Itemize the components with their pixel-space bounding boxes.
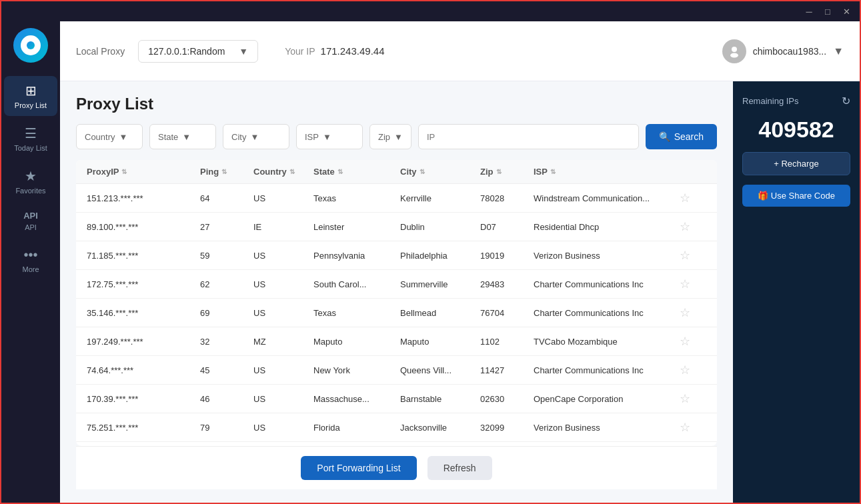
cell-isp: Charter Communications Inc (534, 365, 680, 375)
th-zip: Zip ⇅ (480, 167, 534, 177)
th-isp: ISP ⇅ (534, 167, 680, 177)
sort-icon-zip[interactable]: ⇅ (496, 168, 502, 175)
recharge-button[interactable]: + Recharge (742, 152, 850, 175)
cell-city: Maputo (400, 337, 480, 347)
cell-country: US (253, 394, 313, 404)
cell-star: ☆ (680, 391, 706, 406)
sort-icon-state[interactable]: ⇅ (337, 168, 343, 175)
state-filter[interactable]: State ▼ (149, 124, 216, 149)
cell-ip: 172.75.***.*** (87, 279, 200, 289)
favorites-label: Favorites (15, 187, 45, 195)
cell-ping: 59 (200, 251, 253, 261)
cell-country: US (253, 251, 313, 261)
cell-state: South Carol... (313, 279, 400, 289)
ip-section: Your IP 171.243.49.44 (285, 45, 384, 57)
port-forwarding-button[interactable]: Port Forwarding List (301, 456, 416, 480)
table-row: 197.249.***.*** 32 MZ Maputo Maputo 1102… (76, 327, 717, 356)
api-icon: API (23, 211, 38, 221)
cell-state: New York (313, 365, 400, 375)
cell-city: Dublin (400, 222, 480, 232)
ip-input[interactable] (418, 124, 639, 149)
user-chevron-icon: ▼ (833, 45, 844, 57)
sidebar-item-api[interactable]: API API (4, 204, 57, 238)
cell-country: US (253, 279, 313, 289)
cell-city: Barnstable (400, 394, 480, 404)
cell-ping: 32 (200, 337, 253, 347)
cell-state: Texas (313, 193, 400, 203)
table-body: 151.213.***.*** 64 US Texas Kerrville 78… (76, 184, 717, 446)
favorite-button[interactable]: ☆ (680, 363, 690, 377)
favorite-button[interactable]: ☆ (680, 334, 690, 349)
cell-star: ☆ (680, 305, 706, 320)
sort-icon-country[interactable]: ⇅ (289, 168, 295, 175)
th-ping: Ping ⇅ (200, 167, 253, 177)
cell-ip: 197.249.***.*** (87, 337, 200, 347)
sort-icon-proxyip[interactable]: ⇅ (121, 168, 127, 175)
svg-point-1 (730, 53, 738, 57)
cell-ip: 89.100.***.*** (87, 222, 200, 232)
favorite-button[interactable]: ☆ (680, 219, 690, 234)
content-main: Proxy List Country ▼ State ▼ City (60, 81, 733, 503)
cell-country: US (253, 308, 313, 318)
maximize-button[interactable]: □ (822, 7, 833, 17)
country-filter-label: Country (85, 132, 115, 142)
favorite-button[interactable]: ☆ (680, 277, 690, 291)
search-button[interactable]: 🔍 Search (646, 124, 717, 149)
cell-state: Leinster (313, 222, 400, 232)
table-header: ProxyIP ⇅ Ping ⇅ Country ⇅ State ⇅ City … (76, 160, 717, 184)
today-icon: ☰ (25, 125, 37, 141)
table-row: 172.75.***.*** 62 US South Carol... Summ… (76, 270, 717, 299)
proxy-dropdown[interactable]: 127.0.0.1:Random ▼ (138, 40, 258, 63)
cell-ip: 151.213.***.*** (87, 193, 200, 203)
cell-ping: 62 (200, 279, 253, 289)
api-label: API (25, 223, 37, 231)
table-row: 89.100.***.*** 27 IE Leinster Dublin D07… (76, 213, 717, 241)
cell-isp: Windstream Communication... (534, 193, 680, 203)
table-row: 170.39.***.*** 46 US Massachuse... Barns… (76, 385, 717, 413)
zip-filter[interactable]: Zip ▼ (369, 124, 411, 149)
chevron-down-icon: ▼ (239, 46, 248, 57)
th-state: State ⇅ (313, 167, 400, 177)
cell-zip: 11427 (480, 365, 534, 375)
sort-icon-city[interactable]: ⇅ (419, 168, 425, 175)
minimize-button[interactable]: ─ (804, 7, 814, 17)
table-row: 71.185.***.*** 59 US Pennsylvania Philad… (76, 241, 717, 270)
sidebar-item-proxy[interactable]: ⊞ Proxy List (4, 76, 57, 116)
cell-star: ☆ (680, 363, 706, 377)
cell-country: US (253, 423, 313, 433)
sidebar-item-more[interactable]: ••• More (4, 241, 57, 280)
share-code-button[interactable]: 🎁 Use Share Code (742, 185, 850, 207)
city-filter[interactable]: City ▼ (223, 124, 289, 149)
close-button[interactable]: ✕ (841, 7, 852, 17)
favorite-button[interactable]: ☆ (680, 248, 690, 263)
sidebar-item-favorites[interactable]: ★ Favorites (4, 161, 57, 201)
favorite-button[interactable]: ☆ (680, 420, 690, 435)
table-row: 151.213.***.*** 64 US Texas Kerrville 78… (76, 184, 717, 213)
sort-icon-isp[interactable]: ⇅ (550, 168, 556, 175)
refresh-ip-icon[interactable]: ↻ (842, 95, 850, 107)
cell-ip: 75.251.***.*** (87, 423, 200, 433)
country-filter[interactable]: Country ▼ (76, 124, 143, 149)
cell-ping: 69 (200, 308, 253, 318)
table-row: 35.146.***.*** 69 US Texas Bellmead 7670… (76, 299, 717, 327)
username: chimbocau1983... (753, 46, 827, 57)
th-country: Country ⇅ (253, 167, 313, 177)
proxy-table: ProxyIP ⇅ Ping ⇅ Country ⇅ State ⇅ City … (76, 160, 717, 446)
cell-country: MZ (253, 337, 313, 347)
favorite-button[interactable]: ☆ (680, 391, 690, 406)
page-title: Proxy List (76, 95, 717, 113)
cell-ping: 27 (200, 222, 253, 232)
cell-state: Pennsylvania (313, 251, 400, 261)
sidebar-item-today[interactable]: ☰ Today List (4, 119, 57, 159)
cell-city: Kerrville (400, 193, 480, 203)
sort-icon-ping[interactable]: ⇅ (221, 168, 227, 175)
favorite-button[interactable]: ☆ (680, 191, 690, 205)
cell-ping: 64 (200, 193, 253, 203)
favorite-button[interactable]: ☆ (680, 305, 690, 320)
refresh-button[interactable]: Refresh (427, 456, 492, 480)
zip-filter-label: Zip (378, 132, 390, 142)
content-area: Proxy List Country ▼ State ▼ City (60, 81, 860, 503)
isp-filter[interactable]: ISP ▼ (296, 124, 363, 149)
th-actions (680, 167, 706, 177)
cell-ping: 79 (200, 423, 253, 433)
